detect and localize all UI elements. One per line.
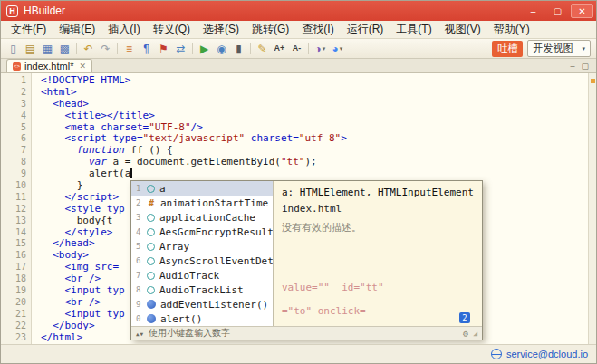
close-button[interactable]: ✕ — [571, 4, 593, 18]
autocomplete-item[interactable]: 7AudioTrack — [131, 268, 273, 283]
line-number[interactable]: 1 — [1, 75, 26, 87]
line-number[interactable]: 8 — [1, 157, 26, 168]
code-token: "UTF-8" — [149, 121, 190, 133]
autocomplete-item[interactable]: 6AsyncScrollEventDetail — [131, 254, 273, 268]
code-token — [41, 226, 65, 238]
line-number[interactable]: 15 — [1, 238, 26, 250]
debug-button[interactable]: ◉ — [213, 41, 230, 57]
line-number[interactable]: 7 — [1, 145, 26, 157]
doc-description: 没有有效的描述。 — [282, 221, 474, 235]
line-number[interactable]: 11 — [1, 192, 26, 204]
menu-item-0[interactable]: 文件(F) — [5, 20, 53, 39]
theme-button[interactable]: ◑▾ — [312, 41, 329, 57]
code-token — [41, 191, 65, 203]
new-file-button[interactable]: ▯ — [5, 41, 22, 57]
autocomplete-item[interactable]: 0alert() — [131, 311, 273, 326]
code-line[interactable]: alert(a — [41, 168, 588, 180]
line-number[interactable]: 20 — [1, 297, 26, 309]
tab-close-icon[interactable]: ✕ — [79, 62, 86, 71]
autocomplete-list[interactable]: 1a2#animationStartTime3applicationCache4… — [131, 181, 273, 326]
menu-item-9[interactable]: 视图(V) — [438, 20, 487, 39]
show-paragraph-icon: ¶ — [143, 43, 149, 54]
menu-item-10[interactable]: 帮助(Y) — [487, 20, 536, 39]
tab-index-html[interactable]: <> index.html* ✕ — [6, 59, 92, 72]
menu-item-1[interactable]: 编辑(E) — [53, 20, 101, 39]
line-number[interactable]: 6 — [1, 133, 26, 145]
line-number[interactable]: 16 — [1, 250, 26, 262]
bookmark-button[interactable]: ⚑ — [155, 41, 172, 57]
titlebar[interactable]: H HBuilder – ▢ ✕ — [1, 1, 596, 21]
gear-icon[interactable]: ⚙ — [463, 329, 468, 339]
line-number[interactable]: 17 — [1, 262, 26, 273]
line-number[interactable]: 5 — [1, 122, 26, 134]
editor[interactable]: 1234567891011121314151617181920212223 <!… — [1, 73, 596, 344]
line-number[interactable]: 9 — [1, 168, 26, 180]
save-all-button[interactable]: ▩ — [56, 41, 73, 57]
code-token: function — [77, 144, 125, 156]
code-line[interactable]: <!DOCTYPE HTML> — [41, 75, 588, 87]
line-number[interactable]: 14 — [1, 227, 26, 239]
toolbar-separator — [117, 43, 118, 54]
minimize-button[interactable]: – — [522, 4, 544, 18]
edit-pencil-button[interactable]: ✎ — [254, 41, 271, 57]
menu-item-5[interactable]: 跳转(G) — [246, 20, 295, 39]
item-shortcut-number: 1 — [136, 184, 142, 193]
font-increase-button[interactable]: A+ — [271, 41, 288, 57]
autocomplete-item[interactable]: 1a — [131, 181, 273, 196]
match-pair-button[interactable]: ⇄ — [172, 41, 189, 57]
new-project-button[interactable]: ▤ — [22, 41, 39, 57]
restore-view-icon[interactable]: ▢ — [581, 62, 589, 71]
autocomplete-item[interactable]: 3applicationCache — [131, 210, 273, 225]
resize-grip-icon[interactable]: ◢ — [473, 330, 477, 338]
toolbar: ▯▤▦▩↶↷≡¶⚑⇄▶◉▮✎A+A-◑▾◕▾ 吐槽 开发视图 ▾ — [1, 39, 596, 59]
autocomplete-item[interactable]: 9addEventListener() — [131, 297, 273, 311]
font-decrease-button[interactable]: A- — [288, 41, 305, 57]
line-number[interactable]: 19 — [1, 285, 26, 297]
code-token — [41, 132, 65, 144]
line-number[interactable]: 21 — [1, 309, 26, 321]
menu-item-3[interactable]: 转义(Q) — [147, 20, 197, 39]
redo-button[interactable]: ↷ — [97, 41, 114, 57]
save-button[interactable]: ▦ — [39, 41, 56, 57]
menu-item-7[interactable]: 运行(R) — [341, 20, 390, 39]
line-number[interactable]: 3 — [1, 99, 26, 110]
autocomplete-item[interactable]: 5Array — [131, 239, 273, 254]
device-run-button[interactable]: ▮ — [230, 41, 247, 57]
menu-item-4[interactable]: 选择(S) — [197, 20, 246, 39]
line-number[interactable]: 2 — [1, 87, 26, 99]
item-label: AudioTrack — [159, 270, 219, 282]
line-number[interactable]: 10 — [1, 180, 26, 192]
code-line[interactable]: <html> — [41, 87, 588, 99]
line-number[interactable]: 18 — [1, 273, 26, 285]
undo-icon: ↶ — [83, 43, 92, 54]
feedback-button[interactable]: 吐槽 — [492, 41, 523, 57]
browser-run-button[interactable]: ◕▾ — [329, 41, 346, 57]
minimize-view-icon[interactable]: – — [570, 62, 574, 71]
maximize-button[interactable]: ▢ — [546, 4, 569, 18]
show-paragraph-button[interactable]: ¶ — [138, 41, 155, 57]
autocomplete-main: 1a2#animationStartTime3applicationCache4… — [131, 181, 482, 326]
line-number[interactable]: 4 — [1, 110, 26, 122]
autocomplete-item[interactable]: 4AesGcmEncryptResult — [131, 225, 273, 239]
dropdown-caret-icon: ▾ — [323, 45, 326, 53]
device-run-icon: ▮ — [236, 43, 242, 54]
line-number[interactable]: 23 — [1, 332, 26, 344]
support-email-link[interactable]: service@dcloud.io — [506, 349, 588, 359]
autocomplete-item[interactable]: 8AudioTrackList — [131, 283, 273, 297]
menu-item-2[interactable]: 插入(I) — [101, 20, 146, 39]
undo-button[interactable]: ↶ — [80, 41, 97, 57]
format-code-button[interactable]: ≡ — [120, 41, 138, 57]
run-button[interactable]: ▶ — [196, 41, 213, 57]
menu-item-6[interactable]: 查找(I) — [295, 20, 340, 39]
overview-ruler[interactable] — [588, 73, 596, 344]
line-number[interactable]: 22 — [1, 321, 26, 332]
autocomplete-item[interactable]: 2#animationStartTime — [131, 196, 273, 210]
line-number[interactable]: 13 — [1, 216, 26, 227]
line-number[interactable]: 12 — [1, 204, 26, 216]
code-token — [41, 284, 65, 296]
view-mode-select[interactable]: 开发视图 ▾ — [527, 40, 591, 57]
menubar: 文件(F)编辑(E)插入(I)转义(Q)选择(S)跳转(G)查找(I)运行(R)… — [1, 21, 596, 39]
menu-item-8[interactable]: 工具(T) — [390, 20, 438, 39]
app-logo-icon: H — [6, 5, 18, 17]
line-number-gutter[interactable]: 1234567891011121314151617181920212223 — [1, 73, 32, 344]
